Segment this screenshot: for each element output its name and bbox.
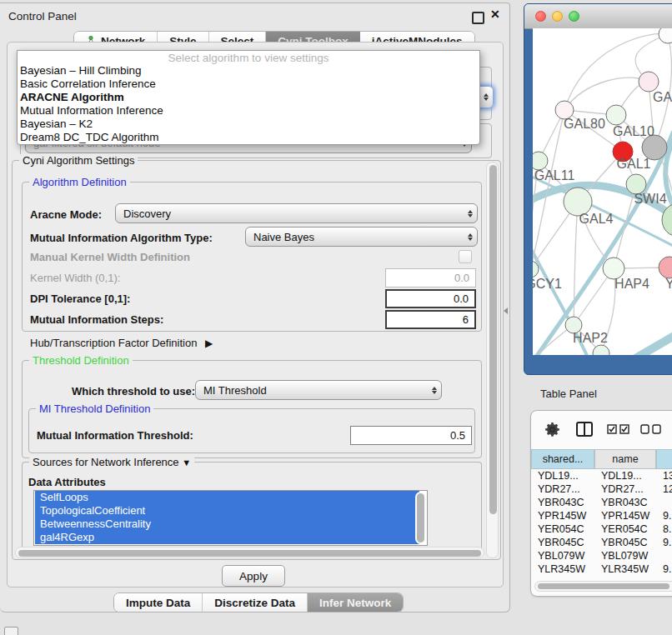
data-attribute-item[interactable]: gal4RGexp xyxy=(35,531,419,544)
mi-type-combo[interactable]: Naive Bayes xyxy=(245,227,478,247)
minimized-panel-chip[interactable] xyxy=(4,627,18,635)
settings-vscrollbar-thumb[interactable] xyxy=(489,165,497,514)
tab-infer-network-label: Infer Network xyxy=(319,597,391,609)
data-attribute-item[interactable]: SelfLoops xyxy=(35,491,419,504)
table-cell[interactable]: YBL079W xyxy=(531,549,594,562)
table-cell[interactable]: 13 xyxy=(656,469,672,482)
algorithm-dropdown-popup: Select algorithm to view settings Bayesi… xyxy=(17,50,480,145)
table-cell[interactable]: YDR27... xyxy=(594,482,656,496)
table-cell[interactable]: YBR045C xyxy=(531,536,594,549)
network-node[interactable] xyxy=(639,72,659,92)
tab-infer-network[interactable]: Infer Network xyxy=(308,593,403,612)
network-edge[interactable] xyxy=(574,202,578,325)
algorithm-definition-title: Algorithm Definition xyxy=(29,176,130,188)
table-cell[interactable]: YER054C xyxy=(594,522,656,536)
manual-kernel-checkbox[interactable] xyxy=(459,250,472,263)
table-cell[interactable]: 8. xyxy=(656,522,672,536)
table-column-header[interactable]: shared... xyxy=(531,449,594,469)
table-cell[interactable]: YLR345W xyxy=(531,562,594,576)
table-cell[interactable]: YBR045C xyxy=(594,536,656,549)
close-panel-icon[interactable]: ✕ xyxy=(490,8,500,21)
dropdown-item[interactable]: Bayesian – Hill Climbing xyxy=(18,64,479,78)
table-cell[interactable]: YPR145W xyxy=(531,509,594,522)
table-cell[interactable]: YDL19... xyxy=(594,469,656,482)
tab-impute-data[interactable]: Impute Data xyxy=(114,593,203,612)
dpi-tolerance-field[interactable]: 0.0 xyxy=(385,289,476,308)
table-column-header[interactable] xyxy=(656,449,672,469)
network-node-label: HAP2 xyxy=(573,331,608,345)
network-edge[interactable] xyxy=(534,132,672,355)
table-cell[interactable]: YDR27... xyxy=(531,482,594,496)
kernel-width-label: Kernel Width (0,1): xyxy=(30,272,120,284)
dropdown-item[interactable]: Bayesian – K2 xyxy=(18,118,479,131)
table-cell[interactable] xyxy=(656,549,672,562)
bottom-tabs: Impute Data Discretize Data Infer Networ… xyxy=(113,592,404,612)
table-cell[interactable]: YBL079W xyxy=(594,549,656,562)
list-scrollbar-thumb[interactable] xyxy=(417,493,424,542)
table-cell[interactable]: 9. xyxy=(656,536,672,549)
kernel-width-field[interactable]: 0.0 xyxy=(385,268,476,288)
network-canvas[interactable]: GALGAL80GAL10GAL1GAL11SWI4GAL4GCY1HAP4YH… xyxy=(533,28,672,355)
mi-steps-field[interactable]: 6 xyxy=(385,310,476,329)
table-cell[interactable]: YBR043C xyxy=(531,496,594,509)
column-selector-icon[interactable] xyxy=(575,421,594,438)
table-cell[interactable]: YLR345W xyxy=(594,562,656,576)
data-attribute-item[interactable]: BetweennessCentrality xyxy=(35,518,419,531)
network-node[interactable] xyxy=(659,257,672,278)
network-node[interactable] xyxy=(606,105,626,125)
network-node-label: SWI4 xyxy=(634,192,666,206)
table-cell[interactable]: YER054C xyxy=(531,522,594,536)
dropdown-item[interactable]: Mutual Information Inference xyxy=(18,104,479,118)
zoom-window-icon[interactable] xyxy=(569,11,579,22)
data-attributes-list[interactable]: SelfLoopsTopologicalCoefficientBetweenne… xyxy=(33,490,428,546)
settings-hscrollbar-thumb[interactable] xyxy=(18,550,481,557)
table-cell[interactable]: YIL052C xyxy=(531,576,594,578)
network-window-titlebar[interactable] xyxy=(524,4,672,29)
dropdown-item[interactable]: Basic Correlation Inference xyxy=(18,78,479,91)
table-panel-title: Table Panel xyxy=(540,388,597,400)
settings-gear-icon[interactable] xyxy=(544,422,560,438)
select-all-icon[interactable] xyxy=(607,423,630,435)
hub-definition-toggle[interactable]: Hub/Transcription Factor Definition ▶ xyxy=(30,337,213,349)
network-node[interactable] xyxy=(533,152,548,170)
data-attribute-item[interactable]: TopologicalCoefficient xyxy=(35,504,419,518)
mi-threshold-field[interactable]: 0.5 xyxy=(350,426,472,445)
network-node-label: GAL80 xyxy=(564,117,605,131)
panel-splitter-arrow[interactable] xyxy=(504,308,508,314)
table-cell[interactable]: YIL052C xyxy=(594,576,656,578)
network-node-label: GCY1 xyxy=(533,277,562,291)
table-cell[interactable]: YDL19... xyxy=(531,469,594,482)
table-hscrollbar[interactable] xyxy=(534,581,672,592)
dropdown-item[interactable]: ARACNE Algorithm xyxy=(18,91,479,104)
table-cell[interactable]: 9 xyxy=(656,576,672,578)
table-cell[interactable]: YPR145W xyxy=(594,509,656,522)
network-node-label: GAL1 xyxy=(617,157,651,171)
aracne-mode-combo[interactable]: Discovery xyxy=(115,203,478,223)
network-node[interactable] xyxy=(659,28,672,43)
control-panel-window: Control Panel ✕ Network Style Select Cyn… xyxy=(0,2,510,612)
collapse-arrow-icon[interactable]: ▼ xyxy=(182,458,191,468)
list-scrollbar[interactable] xyxy=(415,492,426,544)
network-edge[interactable] xyxy=(631,331,672,355)
kernel-width-value: 0.0 xyxy=(454,272,469,284)
tab-discretize-data-label: Discretize Data xyxy=(214,597,295,609)
control-panel-title: Control Panel xyxy=(8,10,77,22)
settings-hscrollbar[interactable] xyxy=(15,547,484,558)
which-threshold-combo[interactable]: MI Threshold xyxy=(195,380,442,400)
dropdown-item[interactable]: Dream8 DC_TDC Algorithm xyxy=(18,131,479,144)
table-cell[interactable]: YBR043C xyxy=(594,496,656,509)
table-column-header[interactable]: name xyxy=(594,449,656,469)
table-cell[interactable]: 9. xyxy=(656,509,672,522)
minimize-window-icon[interactable] xyxy=(552,11,563,22)
table-cell[interactable]: 9. xyxy=(656,562,672,576)
settings-vscrollbar[interactable] xyxy=(486,162,499,558)
close-window-icon[interactable] xyxy=(535,11,546,22)
apply-button[interactable]: Apply xyxy=(222,565,285,587)
table-hscrollbar-thumb[interactable] xyxy=(538,583,669,589)
table-cell[interactable] xyxy=(656,496,672,509)
mi-type-value: Naive Bayes xyxy=(253,231,314,243)
float-panel-icon[interactable] xyxy=(472,12,484,24)
deselect-all-icon[interactable] xyxy=(640,423,662,435)
tab-discretize-data[interactable]: Discretize Data xyxy=(203,593,308,612)
table-cell[interactable]: 12 xyxy=(656,482,672,496)
